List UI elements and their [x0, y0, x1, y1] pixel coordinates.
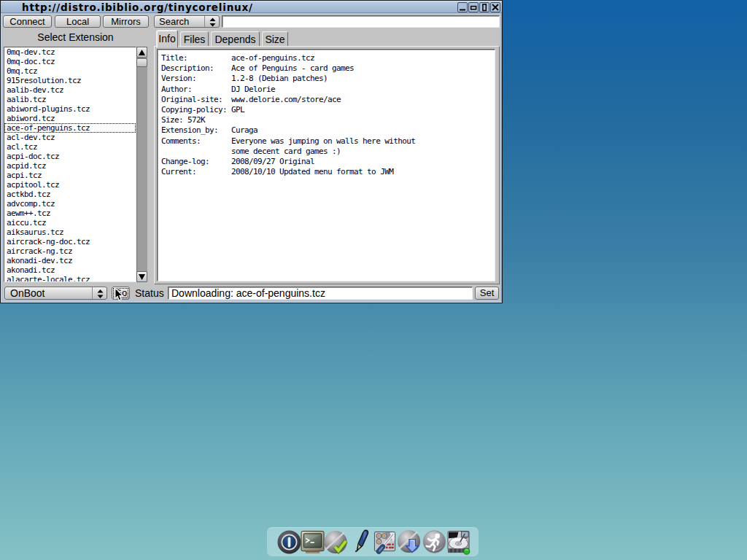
tab-info[interactable]: Info	[156, 30, 178, 47]
onboot-value: OnBoot	[10, 287, 44, 299]
list-item[interactable]: aiksaurus.tcz	[4, 228, 136, 237]
close-button[interactable]	[490, 2, 500, 12]
dock-icon-mount-drive[interactable]	[446, 529, 471, 555]
power-icon	[277, 529, 301, 555]
list-item[interactable]: acl.tcz	[4, 142, 136, 152]
list-item[interactable]: abiword-plugins.tcz	[4, 104, 136, 114]
tools-panel-icon	[373, 529, 397, 555]
dock	[267, 527, 479, 556]
scrollbar-thumb[interactable]	[136, 58, 147, 67]
dock-icon-run[interactable]	[422, 529, 446, 555]
search-input[interactable]	[222, 15, 500, 28]
list-item[interactable]: aircrack-ng-doc.tcz	[4, 237, 136, 246]
list-item[interactable]: akonadi.tcz	[4, 265, 136, 275]
list-item[interactable]: actkbd.tcz	[4, 190, 136, 199]
dock-icon-system-tools[interactable]	[373, 529, 397, 555]
dropdown-arrows-icon	[204, 16, 219, 27]
list-item[interactable]: acpitool.tcz	[4, 180, 136, 190]
list-item[interactable]: acpi-doc.tcz	[4, 152, 136, 161]
checkmark-sphere-icon	[324, 529, 348, 555]
list-item[interactable]: aiccu.tcz	[4, 218, 136, 228]
scroll-up-button[interactable]	[136, 47, 147, 58]
dock-icon-cpanel-check[interactable]	[324, 529, 348, 555]
list-item[interactable]: 915resolution.tcz	[4, 76, 136, 85]
tab-size[interactable]: Size	[262, 31, 288, 47]
list-header: Select Extension	[4, 31, 147, 43]
list-item[interactable]: aewm++.tcz	[4, 209, 136, 218]
dock-icon-apps-download[interactable]	[398, 529, 422, 555]
maximize-vertical-button[interactable]	[479, 2, 489, 12]
list-item[interactable]: 0mq.tcz	[4, 66, 136, 76]
harddrive-icon	[446, 529, 471, 555]
status-input[interactable]	[168, 287, 473, 300]
extension-list[interactable]: 0mq-dev.tcz0mq-doc.tcz0mq.tcz915resoluti…	[4, 47, 136, 282]
scroll-down-icon	[139, 274, 145, 280]
pen-icon	[349, 529, 373, 555]
onboot-dropdown[interactable]: OnBoot	[4, 287, 107, 300]
list-item[interactable]: ace-of-penguins.tcz	[4, 123, 136, 133]
list-item[interactable]: aalib.tcz	[4, 95, 136, 104]
mouse-cursor	[115, 288, 128, 303]
list-item[interactable]: abiword.tcz	[4, 114, 136, 123]
tab-depends[interactable]: Depends	[211, 31, 260, 47]
window-buttons	[457, 2, 500, 12]
mirrors-button[interactable]: Mirrors	[103, 15, 149, 28]
dock-icon-editor-pen[interactable]	[349, 529, 373, 555]
local-button[interactable]: Local	[55, 15, 101, 28]
maximize-horizontal-icon	[469, 3, 478, 12]
appbrowser-window: http://distro.ibiblio.org/tinycorelinux/…	[0, 0, 503, 303]
terminal-icon	[301, 529, 325, 555]
list-item[interactable]: 0mq-doc.tcz	[4, 57, 136, 66]
desktop: http://distro.ibiblio.org/tinycorelinux/…	[0, 0, 747, 560]
tab-files[interactable]: Files	[180, 31, 209, 47]
minimize-icon	[458, 3, 467, 12]
list-scrollbar[interactable]	[136, 47, 147, 282]
dock-icon-terminal[interactable]	[301, 529, 325, 555]
list-item[interactable]: akonadi-dev.tcz	[4, 256, 136, 265]
list-item[interactable]: acpi.tcz	[4, 171, 136, 180]
search-mode-value: Search	[159, 16, 189, 27]
minimize-button[interactable]	[457, 2, 468, 12]
dropdown-arrows-icon	[92, 287, 107, 299]
maximize-vertical-icon	[480, 3, 489, 12]
list-item[interactable]: acl-dev.tcz	[4, 133, 136, 142]
info-text: Title: ace-of-penguins.tcz Description: …	[157, 49, 495, 281]
list-item[interactable]: aircrack-ng.tcz	[4, 246, 136, 256]
set-button[interactable]: Set	[475, 287, 499, 300]
titlebar[interactable]: http://distro.ibiblio.org/tinycorelinux/	[1, 1, 502, 13]
maximize-horizontal-button[interactable]	[468, 2, 479, 12]
search-mode-dropdown[interactable]: Search	[154, 15, 220, 28]
list-item[interactable]: aalib-dev.tcz	[4, 85, 136, 95]
scroll-down-button[interactable]	[136, 271, 147, 282]
list-item[interactable]: acpid.tcz	[4, 161, 136, 171]
connect-button[interactable]: Connect	[3, 15, 52, 28]
close-icon	[491, 3, 500, 12]
download-sphere-icon	[398, 529, 422, 555]
dock-icon-power[interactable]	[277, 529, 301, 555]
window-content: Connect Local Mirrors Search Select Exte…	[3, 14, 500, 300]
window-title: http://distro.ibiblio.org/tinycorelinux/	[22, 2, 253, 13]
status-label: Status	[135, 287, 164, 300]
list-item[interactable]: advcomp.tcz	[4, 199, 136, 209]
list-item[interactable]: 0mq-dev.tcz	[4, 47, 136, 57]
running-man-icon	[422, 529, 446, 555]
list-item[interactable]: alacarte-locale.tcz	[4, 275, 136, 282]
scroll-up-icon	[139, 50, 145, 55]
